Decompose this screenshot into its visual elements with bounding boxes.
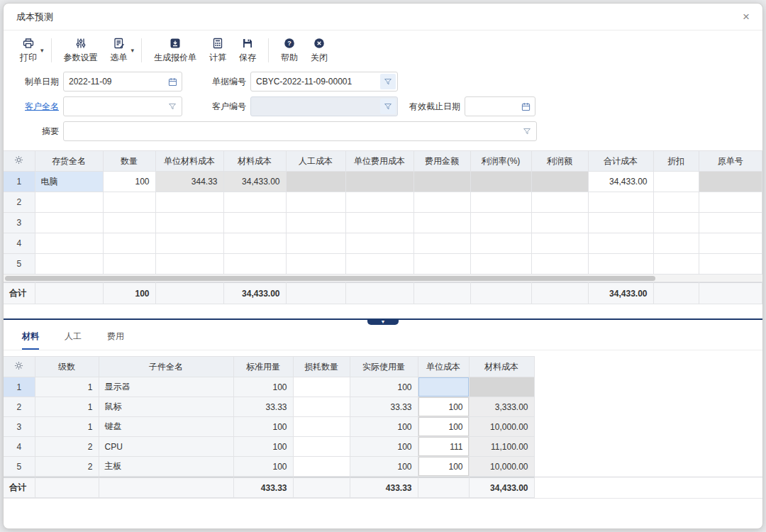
- valid-until-input[interactable]: [465, 97, 518, 116]
- detail-grid-cell[interactable]: [293, 397, 350, 417]
- detail-grid-cell[interactable]: 100: [350, 417, 418, 437]
- detail-grid-cell[interactable]: [469, 377, 534, 397]
- main-grid-cell[interactable]: [588, 254, 653, 275]
- detail-grid-cell[interactable]: 100: [233, 457, 293, 477]
- detail-grid-cell[interactable]: 100: [350, 437, 418, 457]
- main-grid-cell[interactable]: [413, 192, 470, 213]
- grid-settings-icon[interactable]: [4, 357, 35, 377]
- calendar-icon[interactable]: [165, 74, 180, 89]
- tab-expense[interactable]: 费用: [107, 331, 124, 350]
- main-grid-cell[interactable]: [699, 172, 762, 192]
- main-grid-row-number[interactable]: 1: [4, 172, 35, 192]
- main-grid-cell[interactable]: [699, 233, 762, 254]
- customer-name-input[interactable]: [64, 97, 165, 116]
- main-grid-cell[interactable]: [470, 172, 531, 192]
- detail-grid-cell[interactable]: [293, 437, 350, 457]
- detail-grid-cell[interactable]: 11,100.00: [469, 437, 534, 457]
- detail-grid-cell[interactable]: 10,000.00: [469, 417, 534, 437]
- main-grid-cell[interactable]: [223, 192, 286, 213]
- calendar-icon[interactable]: [518, 99, 533, 114]
- main-grid-cell[interactable]: [345, 192, 413, 213]
- main-grid-cell[interactable]: [531, 254, 588, 275]
- main-grid-cell[interactable]: [531, 233, 588, 254]
- main-grid-cell[interactable]: [653, 233, 699, 254]
- main-grid-cell[interactable]: [588, 192, 653, 213]
- make-date-input[interactable]: [64, 72, 165, 91]
- main-grid-cell[interactable]: [345, 233, 413, 254]
- main-grid-cell[interactable]: [286, 192, 345, 213]
- filter-icon[interactable]: [380, 99, 396, 114]
- main-grid-cell[interactable]: [699, 254, 762, 275]
- splitter[interactable]: ▼: [4, 316, 762, 325]
- main-grid-cell[interactable]: [286, 213, 345, 233]
- select-order-button[interactable]: 选单: [104, 35, 134, 65]
- main-grid-cell[interactable]: [286, 254, 345, 275]
- main-grid-cell[interactable]: [155, 213, 223, 233]
- main-grid-cell[interactable]: [345, 172, 413, 192]
- main-grid-cell[interactable]: [223, 213, 286, 233]
- main-grid-cell[interactable]: [286, 233, 345, 254]
- detail-grid-cell[interactable]: 2: [35, 437, 99, 457]
- main-grid-cell[interactable]: [531, 172, 588, 192]
- detail-grid-cell[interactable]: 显示器: [99, 377, 233, 397]
- main-grid-cell[interactable]: [155, 233, 223, 254]
- detail-grid-cell[interactable]: 2: [35, 457, 99, 477]
- main-grid-cell[interactable]: [470, 254, 531, 275]
- main-grid-cell[interactable]: [35, 254, 103, 275]
- detail-grid-row-number[interactable]: 5: [4, 457, 35, 477]
- main-grid-cell[interactable]: [653, 192, 699, 213]
- main-grid-cell[interactable]: 100: [103, 172, 155, 192]
- doc-no-input[interactable]: [251, 72, 380, 91]
- main-grid-cell[interactable]: [470, 233, 531, 254]
- detail-grid-row-number[interactable]: 4: [4, 437, 35, 457]
- main-grid-cell[interactable]: [103, 213, 155, 233]
- main-grid-row-number[interactable]: 3: [4, 213, 35, 233]
- main-grid-cell[interactable]: 34,433.00: [223, 172, 286, 192]
- summary-input[interactable]: [64, 122, 519, 140]
- main-grid-hscrollbar[interactable]: [4, 275, 762, 282]
- main-grid-cell[interactable]: 344.33: [155, 172, 223, 192]
- detail-grid-cell[interactable]: 100: [418, 397, 469, 417]
- main-grid-row-number[interactable]: 4: [4, 233, 35, 254]
- main-grid-cell[interactable]: [35, 233, 103, 254]
- tab-labor[interactable]: 人工: [65, 331, 82, 350]
- main-grid-cell[interactable]: [653, 254, 699, 275]
- detail-grid-cell[interactable]: 3,333.00: [469, 397, 534, 417]
- calculate-button[interactable]: 计算: [203, 35, 233, 65]
- main-grid-cell[interactable]: 电脑: [35, 172, 103, 192]
- detail-grid-cell[interactable]: [293, 377, 350, 397]
- main-grid-cell[interactable]: 34,433.00: [588, 172, 653, 192]
- select-order-dropdown-caret-icon[interactable]: ▾: [131, 47, 135, 54]
- grid-settings-icon[interactable]: [4, 151, 35, 172]
- detail-grid-cell[interactable]: 100: [350, 457, 418, 477]
- main-grid-cell[interactable]: [531, 213, 588, 233]
- main-grid-cell[interactable]: [155, 254, 223, 275]
- help-button[interactable]: ? 帮助: [274, 35, 304, 65]
- detail-grid-cell[interactable]: [418, 377, 469, 397]
- detail-grid-row-number[interactable]: 3: [4, 417, 35, 437]
- main-grid-cell[interactable]: [35, 213, 103, 233]
- detail-grid-cell[interactable]: CPU: [99, 437, 233, 457]
- print-dropdown-caret-icon[interactable]: ▾: [40, 47, 44, 54]
- main-grid-row-number[interactable]: 2: [4, 192, 35, 213]
- main-grid-cell[interactable]: [35, 192, 103, 213]
- main-grid-cell[interactable]: [413, 254, 470, 275]
- main-grid-cell[interactable]: [345, 254, 413, 275]
- detail-grid-row-number[interactable]: 1: [4, 377, 35, 397]
- main-grid-cell[interactable]: [653, 172, 699, 192]
- customer-no-input[interactable]: [251, 97, 380, 116]
- detail-grid-cell[interactable]: [293, 417, 350, 437]
- close-button[interactable]: 关闭: [304, 35, 334, 65]
- detail-grid-cell[interactable]: 100: [418, 457, 469, 477]
- main-grid-hscrollbar-thumb[interactable]: [5, 276, 655, 281]
- detail-grid-cell[interactable]: 100: [233, 417, 293, 437]
- main-grid-cell[interactable]: [699, 192, 762, 213]
- main-grid-cell[interactable]: [155, 192, 223, 213]
- detail-grid-cell[interactable]: [293, 457, 350, 477]
- print-button[interactable]: 打印: [13, 35, 43, 65]
- main-grid-cell[interactable]: [588, 213, 653, 233]
- filter-icon[interactable]: [519, 123, 535, 139]
- main-grid-cell[interactable]: [223, 233, 286, 254]
- main-grid-cell[interactable]: [103, 192, 155, 213]
- detail-grid-cell[interactable]: 1: [35, 377, 99, 397]
